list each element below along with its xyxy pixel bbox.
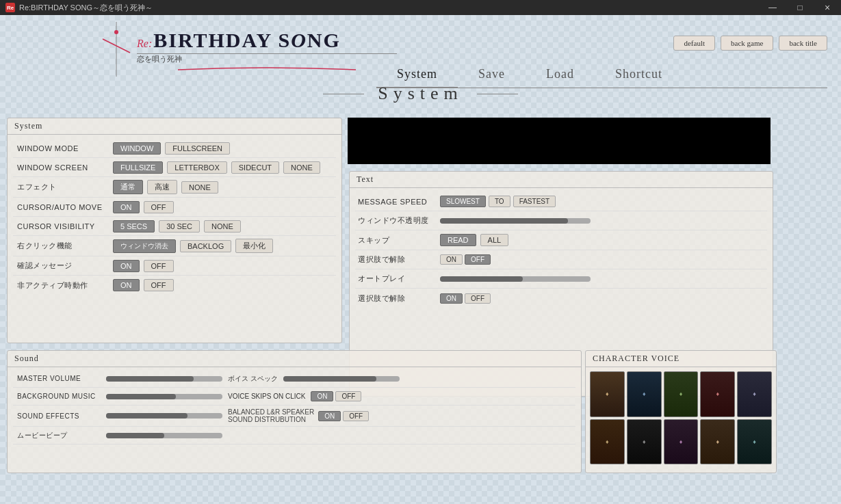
effects-label: エフェクト [17, 182, 113, 192]
back-game-button[interactable]: back game [721, 36, 773, 51]
movie-slider[interactable] [106, 433, 222, 438]
char-portrait-2[interactable]: ♦ [627, 371, 662, 417]
effects-normal-btn[interactable]: 通常 [113, 180, 143, 194]
movie-label: ムービービープ [17, 431, 106, 440]
inactive-action-options: ON OFF [113, 279, 174, 291]
autoplay-choice-label: 選択肢で解除 [358, 293, 440, 304]
char-portrait-8[interactable]: ♦ [664, 419, 699, 465]
sfx-fill [106, 413, 187, 419]
window-screen-row: WINDOW SCREEN FULLSIZE LETTERBOX SIDECUT… [13, 158, 336, 177]
skip-choice-on-btn[interactable]: ON [440, 254, 463, 265]
cursor-visibility-30sec-btn[interactable]: 30 SEC [159, 220, 200, 233]
char-portrait-10[interactable]: ♦ [737, 419, 772, 465]
master-volume-fill [106, 376, 194, 382]
balance-off-btn[interactable]: OFF [343, 411, 369, 421]
logo-decoration-icon [96, 18, 137, 80]
voice-slider[interactable] [283, 376, 400, 382]
cursor-visibility-5sec-btn[interactable]: 5 SECS [113, 220, 155, 233]
right-click-backlog-btn[interactable]: BACKLOG [180, 240, 231, 252]
window-screen-sidecut-btn[interactable]: SIDECUT [231, 161, 279, 174]
autoplay-row: オートプレイ [355, 269, 767, 289]
inactive-action-off-btn[interactable]: OFF [144, 279, 174, 291]
maximize-button[interactable]: □ [786, 0, 814, 15]
window-opacity-label: ウィンドウ不透明度 [358, 215, 440, 226]
char-portrait-3[interactable]: ♦ [664, 371, 699, 417]
system-panel-title: System [8, 118, 341, 135]
confirm-msg-options: ON OFF [113, 260, 174, 272]
char-portrait-1[interactable]: ♦ [590, 371, 625, 417]
voice-skip-onoff: ON OFF [311, 391, 361, 401]
right-click-minimize-btn[interactable]: 最小化 [235, 239, 273, 253]
cursor-auto-move-on-btn[interactable]: ON [113, 201, 140, 213]
confirm-msg-off-btn[interactable]: OFF [144, 260, 174, 272]
speed-fastest-btn[interactable]: FASTEST [513, 196, 556, 207]
skip-choice-off-btn[interactable]: OFF [465, 254, 491, 265]
voice-skip-on-btn[interactable]: ON [311, 391, 333, 401]
skip-choice-label: 選択肢で解除 [358, 254, 440, 265]
cursor-visibility-label: CURSOR VISIBILITY [17, 222, 113, 230]
window-mode-window-btn[interactable]: WINDOW [113, 142, 161, 155]
speed-slowest-btn[interactable]: SLOWEST [440, 196, 486, 207]
char-portrait-9[interactable]: ♦ [700, 419, 735, 465]
window-controls: — □ × [759, 0, 841, 15]
master-volume-slider[interactable] [106, 376, 222, 382]
window-screen-fullsize-btn[interactable]: FULLSIZE [113, 161, 163, 174]
window-screen-letterbox-btn[interactable]: LETTERBOX [167, 161, 227, 174]
master-voice-row: MASTER VOLUME ボイス スペック [13, 370, 575, 388]
balance-onoff: ON OFF [318, 411, 369, 421]
confirm-msg-on-btn[interactable]: ON [113, 260, 140, 272]
speed-to-btn[interactable]: TO [489, 196, 510, 207]
deco-line-right [477, 94, 518, 94]
autoplay-choice-on-btn[interactable]: ON [440, 293, 463, 304]
window-opacity-slider[interactable] [440, 218, 591, 224]
window-screen-none-btn[interactable]: NONE [283, 161, 320, 174]
master-volume-label: MASTER VOLUME [17, 375, 106, 382]
sound-panel: Sound MASTER VOLUME ボイス スペック BACKGROUND … [7, 350, 582, 473]
voice-skip-off-btn[interactable]: OFF [335, 391, 361, 401]
cursor-auto-move-options: ON OFF [113, 201, 174, 213]
system-panel-body: WINDOW MODE WINDOW FULLSCREEN WINDOW SCR… [8, 135, 341, 299]
minimize-button[interactable]: — [759, 0, 786, 15]
window-opacity-row: ウィンドウ不透明度 [355, 211, 767, 230]
cursor-auto-move-off-btn[interactable]: OFF [144, 201, 174, 213]
skip-choice-row: 選択肢で解除 ON OFF [355, 250, 767, 269]
char-portrait-5[interactable]: ♦ [737, 371, 772, 417]
effects-fast-btn[interactable]: 高速 [147, 180, 177, 194]
logo-re: Re: [137, 38, 152, 50]
right-click-label: 右クリック機能 [17, 241, 113, 251]
skip-options: READ ALL [440, 234, 508, 246]
close-button[interactable]: × [814, 0, 841, 15]
char-portrait-7[interactable]: ♦ [627, 419, 662, 465]
sfx-slider[interactable] [106, 413, 222, 419]
char-portrait-6[interactable]: ♦ [590, 419, 625, 465]
window-screen-label: WINDOW SCREEN [17, 163, 113, 172]
balance-on-btn[interactable]: ON [318, 411, 341, 421]
svg-point-2 [114, 30, 118, 34]
window-mode-fullscreen-btn[interactable]: FULLSCREEN [165, 142, 230, 155]
logo-birthday-song: BIRTHDAY SONG [153, 29, 341, 52]
default-button[interactable]: default [673, 36, 715, 51]
cursor-visibility-options: 5 SECS 30 SEC NONE [113, 220, 241, 233]
page-title-deco: System [0, 83, 841, 104]
right-click-hide-btn[interactable]: ウィンドウ消去 [113, 239, 176, 253]
titlebar: Re Re:BIRTHDAY SONG～恋を唄う死神～ — □ × [0, 0, 841, 15]
voice-skip-label: VOICE SKIPS ON CLICK [228, 393, 305, 400]
right-click-row: 右クリック機能 ウィンドウ消去 BACKLOG 最小化 [13, 236, 336, 256]
autoplay-slider[interactable] [440, 276, 591, 282]
autoplay-choice-off-btn[interactable]: OFF [465, 293, 491, 304]
effects-none-btn[interactable]: NONE [181, 181, 218, 194]
char-portrait-4[interactable]: ♦ [700, 371, 735, 417]
skip-all-btn[interactable]: ALL [480, 234, 509, 246]
balance-label1: BALANCED L&R SPEAKER [228, 408, 314, 416]
bgm-slider[interactable] [106, 394, 222, 399]
char-grid: ♦ ♦ ♦ ♦ ♦ ♦ ♦ [586, 367, 776, 468]
effects-options: 通常 高速 NONE [113, 180, 218, 194]
page-title-text: System [378, 83, 463, 104]
skip-read-btn[interactable]: READ [440, 234, 476, 246]
inactive-action-on-btn[interactable]: ON [113, 279, 140, 291]
back-title-button[interactable]: back title [779, 36, 827, 51]
skip-label: スキップ [358, 235, 440, 246]
bgm-voice-skip-row: BACKGROUND MUSIC VOICE SKIPS ON CLICK ON… [13, 388, 575, 406]
effects-row: エフェクト 通常 高速 NONE [13, 177, 336, 198]
cursor-visibility-none-btn[interactable]: NONE [204, 220, 241, 233]
